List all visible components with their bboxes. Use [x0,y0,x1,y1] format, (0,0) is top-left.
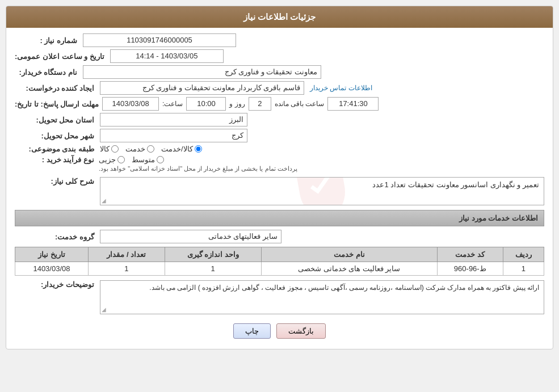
category-label: طبقه بندی موضوعی: [15,145,94,153]
col-header-row: ردیف [503,247,544,262]
creator-row: اطلاعات تماس خریدار قاسم باقری کاربردار … [15,81,544,95]
buyer-org-value: معاونت تحقیقات و فناوری کرج [83,65,321,79]
city-value: کرج [100,129,247,142]
category-radio-kala-khadamat-label: کالا/خدمت [161,145,193,153]
card-body: 1103091746000005 شماره نیاز : 1403/03/05… [6,28,553,349]
description-value: تعمیر و نگهداری اسانسور معاونت تحقیقات ت… [372,180,539,189]
page-wrapper: جزئیات اطلاعات نیاز 1103091746000005 شما… [0,0,559,392]
main-card: جزئیات اطلاعات نیاز 1103091746000005 شما… [6,6,553,349]
shield-watermark [288,177,356,205]
creator-value: قاسم باقری کاربردار معاونت تحقیقات و فنا… [100,81,304,95]
card-header: جزئیات اطلاعات نیاز [6,6,553,28]
button-row: بازگشت چاپ [15,317,544,343]
process-label: نوع فرآیند خرید : [15,155,94,164]
creator-link[interactable]: اطلاعات تماس خریدار [310,84,372,92]
table-cell-name: سایر فعالیت های خدماتی شخصی [261,262,437,276]
city-row: کرج شهر محل تحویل: [15,129,544,142]
buyer-notes-row: ارائه پیش فاکتور به همراه مدارک شرکت (اس… [15,280,544,314]
process-note: پرداخت تمام یا بخشی از مبلغ خریدار از مح… [99,165,297,172]
province-value: البرز [100,113,247,127]
deadline-remaining: 17:41:30 [327,97,379,111]
remaining-label: ساعت باقی مانده [275,100,325,108]
category-radios: کالا/خدمت خدمت کالا [100,145,202,153]
category-radio-kala-khadamat-input[interactable] [195,145,202,153]
service-group-row: سایر فعالیتهای خدماتی گروه خدمت: [15,230,544,243]
time-label: ساعت: [162,100,183,108]
need-number-value: 1103091746000005 [83,33,236,47]
service-group-label: گروه خدمت: [15,233,94,241]
category-radio-kala[interactable]: کالا [100,145,119,153]
print-button[interactable]: چاپ [233,323,271,339]
deadline-time: 10:00 [186,97,226,111]
announce-value: 1403/03/05 - 14:14 [110,49,224,63]
table-cell-unit: 1 [165,262,261,276]
creator-label: ایجاد کننده درخواست: [15,84,94,92]
col-header-code: کد خدمت [437,247,503,262]
need-number-row: 1103091746000005 شماره نیاز : [15,33,544,47]
back-button[interactable]: بازگشت [276,323,326,339]
day-label: روز و [229,100,245,108]
category-radio-kala-khadamat[interactable]: کالا/خدمت [161,145,202,153]
col-header-unit: واحد اندازه گیری [165,247,261,262]
announce-label: تاریخ و ساعت اعلان عمومی: [15,52,104,61]
services-section-label: اطلاعات خدمات مورد نیاز [459,214,538,222]
process-radio-partial[interactable]: جزیی [99,155,125,164]
col-header-date: تاریخ نیاز [15,247,89,262]
buyer-org-row: معاونت تحقیقات و فناوری کرج نام دستگاه خ… [15,65,544,79]
process-radios: متوسط جزیی [99,155,164,164]
city-label: شهر محل تحویل: [15,132,94,140]
col-header-qty: تعداد / مقدار [88,247,165,262]
buyer-notes-value: ارائه پیش فاکتور به همراه مدارک شرکت (اس… [149,284,539,292]
category-radio-kala-input[interactable] [111,145,119,153]
category-radio-khadamat[interactable]: خدمت [125,145,154,153]
category-radio-khadamat-input[interactable] [147,145,154,153]
table-cell-quantity: 1 [88,262,165,276]
buyer-notes-box: ارائه پیش فاکتور به همراه مدارک شرکت (اس… [100,280,544,314]
col-header-name: نام خدمت [261,247,437,262]
page-title: جزئیات اطلاعات نیاز [243,12,316,22]
process-radio-medium-input[interactable] [157,156,164,163]
process-radio-medium[interactable]: متوسط [132,155,164,164]
need-number-label: شماره نیاز : [15,36,77,45]
deadline-label: مهلت ارسال پاسخ: تا تاریخ: [15,100,99,108]
description-label: شرح کلی نیاز: [15,177,94,186]
table-cell-row: 1 [503,262,544,276]
deadline-row: 17:41:30 ساعت باقی مانده 2 روز و 10:00 س… [15,97,544,111]
province-label: استان محل تحویل: [15,116,94,124]
service-table: ردیف کد خدمت نام خدمت واحد اندازه گیری ت… [15,247,544,276]
deadline-days: 2 [249,97,271,111]
category-row: کالا/خدمت خدمت کالا طبقه بندی موضوعی: [15,145,544,153]
process-radio-partial-input[interactable] [117,156,125,163]
category-radio-kala-label: کالا [100,145,110,153]
buyer-notes-label: توضیحات خریدار: [15,280,94,289]
process-radio-partial-label: جزیی [99,155,116,164]
description-resize-icon: ◢ [102,197,106,204]
table-cell-code: ط-96-960 [437,262,503,276]
buyer-org-label: نام دستگاه خریدار: [15,68,77,77]
province-row: البرز استان محل تحویل: [15,113,544,127]
process-row: متوسط جزیی پرداخت تمام یا بخشی از مبلغ خ… [15,155,544,172]
table-row: 1ط-96-960سایر فعالیت های خدماتی شخصی1114… [15,262,544,276]
table-cell-date: 1403/03/08 [15,262,89,276]
process-radio-medium-label: متوسط [132,155,155,164]
service-group-value: سایر فعالیتهای خدماتی [100,230,281,243]
services-section-header: اطلاعات خدمات مورد نیاز [15,210,544,226]
announce-row: 1403/03/05 - 14:14 تاریخ و ساعت اعلان عم… [15,49,544,63]
description-row: تعمیر و نگهداری اسانسور معاونت تحقیقات ت… [15,177,544,205]
notes-resize-icon: ◢ [102,306,106,313]
deadline-date: 1403/03/08 [102,97,159,111]
category-radio-khadamat-label: خدمت [125,145,145,153]
description-box: تعمیر و نگهداری اسانسور معاونت تحقیقات ت… [100,177,544,205]
